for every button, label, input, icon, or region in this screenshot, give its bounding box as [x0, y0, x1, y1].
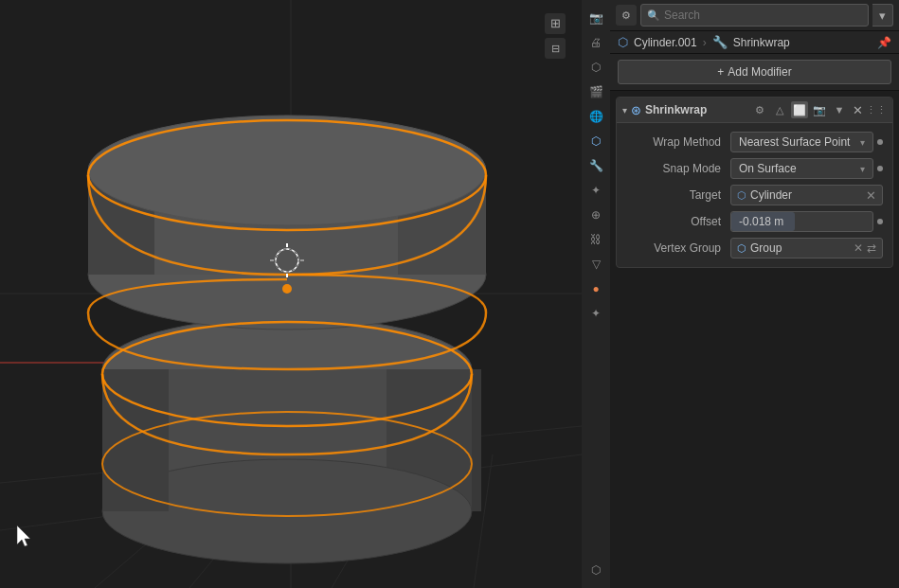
- object-name[interactable]: Cylinder.001: [634, 36, 697, 49]
- svg-rect-14: [472, 369, 481, 511]
- modifier-realtime-icon[interactable]: ⚙: [751, 101, 768, 118]
- snap-mode-row: Snap Mode On Surface ▾: [620, 155, 889, 182]
- properties-panel: ⚙ 🔍 ▾ ⬡ Cylinder.001 › 🔧 Shrinkwrap 📌 + …: [610, 0, 899, 588]
- svg-text:⊞: ⊞: [550, 16, 561, 30]
- vertex-group-clear-button[interactable]: ✕: [854, 241, 863, 255]
- properties-header: ⚙ 🔍 ▾: [610, 0, 899, 31]
- view-layer-icon[interactable]: ⬡: [585, 57, 606, 78]
- search-input[interactable]: [640, 4, 869, 27]
- modifier-options-button[interactable]: ⋮⋮: [866, 104, 887, 116]
- modifier-delete-button[interactable]: ✕: [853, 103, 863, 117]
- world-icon[interactable]: 🌐: [585, 106, 606, 127]
- search-dropdown-button[interactable]: ▾: [872, 4, 893, 27]
- snap-mode-value: On Surface: [739, 162, 797, 175]
- modifier-expand-icon[interactable]: ▼: [831, 101, 848, 118]
- sidebar-icons-strip: 📷 🖨 ⬡ 🎬 🌐 ⬡ 🔧 ✦ ⊕ ⛓ ▽ ● ✦ ⬡: [582, 0, 610, 588]
- offset-value: -0.018 m: [739, 215, 783, 228]
- modifier-breadcrumb-icon: 🔧: [712, 35, 728, 49]
- search-wrapper: 🔍: [640, 4, 869, 27]
- modifier-breadcrumb-name[interactable]: Shrinkwrap: [733, 36, 790, 49]
- modifier-type-icon: ⊛: [631, 103, 641, 117]
- header-settings-button[interactable]: ⚙: [616, 5, 637, 26]
- svg-point-21: [88, 116, 486, 225]
- shrinkwrap-modifier-block: ▾ ⊛ Shrinkwrap ⚙ △ ⬜ 📷 ▼ ✕ ⋮⋮ Wrap Metho…: [616, 97, 893, 268]
- svg-point-26: [282, 284, 292, 294]
- wrap-method-value: Nearest Surface Point: [739, 135, 850, 149]
- breadcrumb-separator: ›: [703, 36, 707, 49]
- add-modifier-row: + Add Modifier: [610, 54, 899, 91]
- wrap-method-row: Wrap Method Nearest Surface Point ▾: [620, 129, 889, 155]
- object-icon[interactable]: ⬡: [585, 131, 606, 151]
- vertex-group-icon: ⬡: [737, 242, 746, 255]
- wrap-method-dropdown-arrow: ▾: [860, 137, 865, 148]
- modifier-render-icon[interactable]: △: [771, 101, 788, 118]
- modifier-icon[interactable]: 🔧: [585, 155, 606, 176]
- breadcrumb: ⬡ Cylinder.001 › 🔧 Shrinkwrap 📌: [610, 31, 899, 54]
- modifier-editmode-icon[interactable]: ⬜: [791, 101, 808, 118]
- target-field[interactable]: ⬡ Cylinder ✕: [730, 185, 883, 205]
- modifier-collapse-button[interactable]: ▾: [622, 105, 627, 116]
- shaderfx-icon[interactable]: ✦: [585, 303, 606, 324]
- add-modifier-plus-icon: +: [717, 65, 724, 79]
- target-label: Target: [626, 188, 730, 202]
- modifier-cage-icon[interactable]: 📷: [811, 101, 828, 118]
- add-modifier-button[interactable]: + Add Modifier: [618, 60, 891, 84]
- wrap-method-dropdown[interactable]: Nearest Surface Point ▾: [730, 132, 873, 152]
- snap-mode-dot[interactable]: [877, 166, 883, 171]
- object-breadcrumb-icon: ⬡: [618, 35, 628, 49]
- object-data-icon[interactable]: ⬡: [585, 560, 606, 580]
- offset-dot[interactable]: [877, 219, 883, 224]
- offset-label: Offset: [626, 215, 730, 228]
- particles-icon[interactable]: ✦: [585, 180, 606, 201]
- output-icon[interactable]: 🖨: [585, 32, 606, 53]
- physics-icon[interactable]: ⊕: [585, 205, 606, 225]
- svg-text:⊟: ⊟: [551, 43, 560, 54]
- modifier-properties: Wrap Method Nearest Surface Point ▾ Snap…: [617, 123, 892, 267]
- add-modifier-label: Add Modifier: [728, 65, 791, 79]
- modifier-header: ▾ ⊛ Shrinkwrap ⚙ △ ⬜ 📷 ▼ ✕ ⋮⋮: [617, 98, 892, 123]
- target-row: Target ⬡ Cylinder ✕: [620, 182, 889, 208]
- vertex-group-flip-button[interactable]: ⇄: [867, 241, 876, 255]
- snap-mode-dropdown[interactable]: On Surface ▾: [730, 158, 873, 179]
- target-clear-button[interactable]: ✕: [866, 188, 876, 203]
- vertex-group-value: Group: [750, 241, 850, 255]
- target-object-icon: ⬡: [737, 189, 746, 202]
- target-value: Cylinder: [750, 188, 862, 202]
- offset-row: Offset -0.018 m: [620, 208, 889, 235]
- render-icon[interactable]: 📷: [585, 8, 606, 28]
- wrap-method-dot[interactable]: [877, 139, 883, 145]
- viewport-3d[interactable]: ⊞ ⊟: [0, 0, 582, 588]
- scene-icon[interactable]: 🎬: [585, 81, 606, 102]
- wrap-method-label: Wrap Method: [626, 135, 730, 149]
- offset-field[interactable]: -0.018 m: [730, 211, 873, 232]
- modifier-name-label: Shrinkwrap: [645, 103, 707, 116]
- vertex-group-label: Vertex Group: [626, 241, 730, 255]
- pin-button[interactable]: 📌: [877, 36, 891, 49]
- vertex-group-field[interactable]: ⬡ Group ✕ ⇄: [730, 238, 883, 258]
- vertex-group-row: Vertex Group ⬡ Group ✕ ⇄: [620, 235, 889, 261]
- data-icon[interactable]: ▽: [585, 254, 606, 275]
- modifier-header-icons: ⚙ △ ⬜ 📷 ▼ ✕ ⋮⋮: [751, 101, 887, 118]
- snap-mode-label: Snap Mode: [626, 162, 730, 175]
- constraints-icon[interactable]: ⛓: [585, 229, 606, 250]
- snap-mode-dropdown-arrow: ▾: [860, 164, 865, 174]
- material-icon[interactable]: ●: [585, 278, 606, 299]
